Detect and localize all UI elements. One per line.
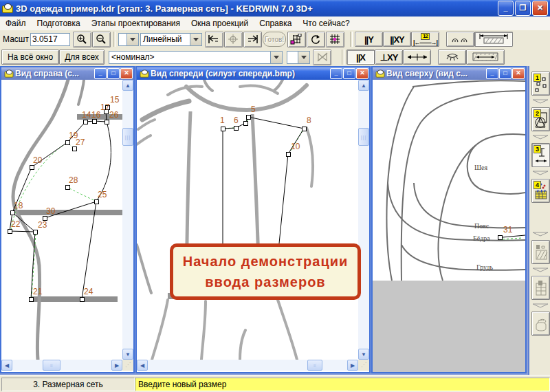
grid-select-button[interactable] xyxy=(287,32,306,47)
free-dimension-button[interactable] xyxy=(403,50,431,65)
line-style-combo[interactable] xyxy=(118,33,139,46)
dimension-inside-button[interactable] xyxy=(466,50,505,65)
chevron-down-icon[interactable] xyxy=(298,52,309,63)
minimize-button[interactable]: _ xyxy=(94,68,107,79)
dimension-12-button[interactable]: 12 |←——→| xyxy=(411,32,439,47)
measure-point[interactable] xyxy=(498,235,503,240)
maximize-button[interactable]: □ xyxy=(499,68,512,79)
scroll-left-button[interactable]: ◀ xyxy=(1,360,12,371)
horizontal-scrollbar[interactable]: ◀ ≡ ▶ xyxy=(1,360,122,371)
measure-point[interactable] xyxy=(80,297,85,302)
measure-point[interactable] xyxy=(243,121,248,126)
menu-preparation[interactable]: Подготовка xyxy=(32,17,86,30)
grid-button[interactable] xyxy=(326,32,344,47)
measure-point[interactable] xyxy=(104,120,109,124)
measure-point[interactable] xyxy=(94,199,99,204)
scroll-right-button[interactable]: ▶ xyxy=(111,360,122,371)
measure-point[interactable] xyxy=(29,297,34,302)
window-view-right-side[interactable]: Вид справа (с... _ □ ✕ xyxy=(0,66,135,373)
sewing-button[interactable] xyxy=(531,312,550,336)
parallel-xy-button[interactable]: ||XY xyxy=(383,32,411,47)
measure-point[interactable] xyxy=(92,119,97,124)
zoom-in-button[interactable] xyxy=(73,32,91,47)
scroll-down-button[interactable]: ▼ xyxy=(358,349,369,360)
scroll-up-button[interactable]: ▲ xyxy=(122,80,133,91)
for-all-button[interactable]: Для всех xyxy=(59,50,104,65)
view-front-title-bar[interactable]: Вид спереди (силуэт спереди.bmp) _ □ ✕ xyxy=(137,67,369,80)
menu-design-stages[interactable]: Этапы проектирования xyxy=(86,17,186,30)
view-top-title-bar[interactable]: Вид сверху (вид с... _ □ ✕ xyxy=(373,67,525,80)
snap-right-button[interactable] xyxy=(243,32,262,47)
chevron-down-icon[interactable] xyxy=(126,34,138,45)
measure-point[interactable] xyxy=(83,120,88,124)
view-right-canvas[interactable]: 15171416261927202825183022232124 xyxy=(1,80,122,360)
maximize-button[interactable]: □ xyxy=(343,68,355,79)
fit-window-button[interactable]: На всё окно xyxy=(1,50,59,65)
measure-point[interactable] xyxy=(65,140,70,145)
scrollbar-thumb[interactable]: ||| xyxy=(358,128,369,146)
measure-point[interactable] xyxy=(65,185,70,190)
center-point-button[interactable] xyxy=(224,32,243,47)
scrollbar-thumb[interactable]: ≡ xyxy=(43,360,60,371)
material-button[interactable] xyxy=(531,240,550,264)
minimize-button[interactable]: _ xyxy=(330,68,342,79)
close-button[interactable]: ✕ xyxy=(532,1,548,16)
measure-point[interactable] xyxy=(286,152,291,157)
close-icon[interactable]: ✕ xyxy=(120,68,133,79)
measure-point[interactable] xyxy=(30,165,34,170)
layout-button[interactable] xyxy=(531,276,550,300)
minimize-button[interactable]: _ xyxy=(498,1,514,16)
nominal-combo[interactable]: <номинал> xyxy=(109,51,283,64)
scroll-right-button[interactable]: ▶ xyxy=(347,360,358,371)
resize-grip[interactable]: ⋰ xyxy=(122,360,133,371)
rotate-button[interactable] xyxy=(307,32,325,47)
measure-point[interactable] xyxy=(234,126,239,131)
delete-dimension-button[interactable] xyxy=(313,50,331,65)
zoom-out-button[interactable] xyxy=(92,32,111,47)
measure-point[interactable] xyxy=(72,146,77,151)
window-view-top[interactable]: Вид сверху (вид с... _ □ ✕ xyxy=(371,66,527,373)
chevron-down-icon[interactable] xyxy=(270,52,282,63)
scale-input[interactable] xyxy=(30,33,70,46)
measure-point[interactable] xyxy=(302,127,307,131)
parallel-y-button[interactable]: ||Y xyxy=(355,32,383,47)
close-icon[interactable]: ✕ xyxy=(512,68,525,79)
stage-4-grid-button[interactable]: 4 xyxy=(531,179,550,203)
view-right-title-bar[interactable]: Вид справа (с... _ □ ✕ xyxy=(1,67,133,80)
measure-point[interactable] xyxy=(246,115,251,120)
resize-grip[interactable]: ⋰ xyxy=(358,360,369,371)
chevron-down-icon[interactable] xyxy=(190,34,201,45)
close-icon[interactable]: ✕ xyxy=(356,68,368,79)
stage-3-dimensions-button[interactable]: 3 xyxy=(531,143,550,167)
horizontal-scrollbar[interactable]: ◀ ≡ ▶ xyxy=(137,360,358,371)
parallel-x-button[interactable]: ||X xyxy=(346,50,375,65)
scroll-up-button[interactable]: ▲ xyxy=(358,80,369,91)
scroll-left-button[interactable]: ◀ xyxy=(137,360,148,371)
scroll-down-button[interactable]: ▼ xyxy=(122,349,133,360)
measure-point[interactable] xyxy=(8,229,12,234)
menu-file[interactable]: Файл xyxy=(0,17,32,30)
vertical-scrollbar[interactable]: ▲ ||| ▼ xyxy=(122,80,133,360)
hide-points-button[interactable] xyxy=(446,32,474,47)
show-points-button[interactable] xyxy=(438,50,466,65)
measure-point[interactable] xyxy=(33,230,38,235)
snap-left-button[interactable] xyxy=(205,32,223,47)
menu-what-now[interactable]: Что сейчас? xyxy=(297,17,355,30)
perpendicular-xy-button[interactable]: ⊥XY xyxy=(375,50,403,65)
stage-1-points-button[interactable]: 1 xyxy=(531,72,550,96)
measure-point[interactable] xyxy=(10,210,15,215)
minimize-button[interactable]: _ xyxy=(486,68,498,79)
dimension-type-combo[interactable]: Линейный xyxy=(140,33,202,46)
window-view-front[interactable]: Вид спереди (силуэт спереди.bmp) _ □ ✕ xyxy=(135,66,371,373)
size-combo[interactable] xyxy=(287,51,310,64)
view-top-canvas[interactable]: 31ШеяПоясБёдраГрудь xyxy=(373,80,525,372)
view-front-canvas[interactable]: 1658101324 xyxy=(137,80,358,360)
measure-point[interactable] xyxy=(221,127,226,131)
vertical-scrollbar[interactable]: ▲ ||| ▼ xyxy=(358,80,369,360)
maximize-button[interactable]: □ xyxy=(107,68,120,79)
restore-button[interactable]: ❐ xyxy=(515,1,531,16)
scrollbar-thumb[interactable]: ||| xyxy=(122,128,133,146)
menu-projection-windows[interactable]: Окна проекций xyxy=(186,17,254,30)
scrollbar-thumb[interactable]: ≡ xyxy=(307,360,322,371)
stage-2-contours-button[interactable]: 2 xyxy=(531,107,550,131)
